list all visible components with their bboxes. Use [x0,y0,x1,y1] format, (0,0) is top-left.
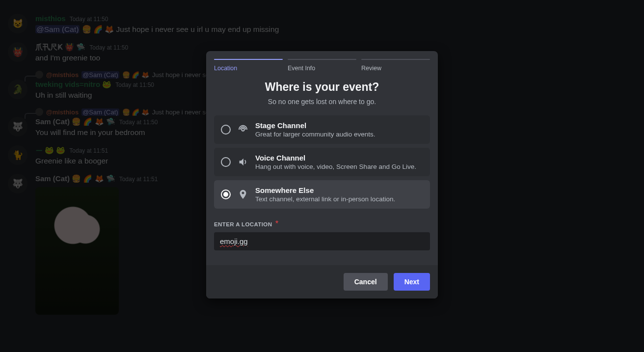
step-event-info[interactable]: Event Info [288,59,356,72]
stage-icon [238,124,248,135]
speaker-icon [238,157,248,167]
modal-title: Where is your event? [214,81,430,94]
stepper: Location Event Info Review [206,51,438,72]
location-field-label: Enter a Location [214,221,272,227]
step-label: Location [214,65,283,72]
modal-subtitle: So no one gets lost on where to go. [214,98,430,106]
radio-icon [221,125,231,135]
option-somewhere-else[interactable]: Somewhere Else Text channel, external li… [214,180,430,209]
option-title: Stage Channel [255,121,376,130]
location-input[interactable]: emoji.gg [214,232,430,250]
step-label: Event Info [288,65,356,72]
option-voice-channel[interactable]: Voice Channel Hang out with voice, video… [214,148,430,176]
create-event-modal: Location Event Info Review Where is your… [206,51,438,298]
location-pin-icon [238,189,248,200]
svg-point-0 [242,128,244,131]
option-title: Voice Channel [255,154,416,162]
radio-icon [221,157,231,167]
step-review[interactable]: Review [361,59,430,72]
option-desc: Text channel, external link or in-person… [255,195,395,203]
option-stage-channel[interactable]: Stage Channel Great for larger community… [214,115,430,144]
option-desc: Great for larger community audio events. [255,131,376,138]
option-desc: Hang out with voice, video, Screen Share… [255,163,416,170]
next-button[interactable]: Next [394,273,430,291]
required-indicator: * [275,219,278,228]
option-title: Somewhere Else [255,186,395,194]
step-label: Review [361,65,430,72]
step-location[interactable]: Location [214,59,283,72]
cancel-button[interactable]: Cancel [344,273,388,291]
modal-overlay: Location Event Info Review Where is your… [0,0,644,352]
radio-icon [221,190,231,199]
